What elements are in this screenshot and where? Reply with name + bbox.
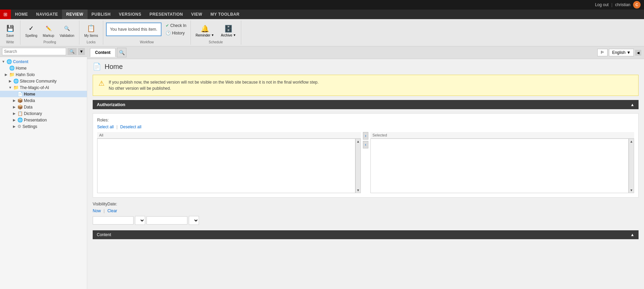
tree-item-presentation[interactable]: ▶ 🌐 Presentation bbox=[0, 117, 87, 123]
search-dropdown-button[interactable]: ▼ bbox=[78, 48, 85, 55]
authorization-toggle[interactable]: ▲ bbox=[630, 102, 634, 107]
date-dropdown-2[interactable] bbox=[189, 216, 199, 225]
tree-item-media[interactable]: ▶ 📦 Media bbox=[0, 97, 87, 104]
history-button[interactable]: 🕐 History bbox=[164, 30, 188, 36]
my-items-label: My Items bbox=[84, 34, 98, 38]
collapse-right-button[interactable]: ◀ bbox=[635, 50, 641, 56]
spelling-button[interactable]: ✓ Spelling bbox=[23, 22, 40, 39]
selected-scroll-down[interactable]: ▼ bbox=[629, 188, 634, 193]
transfer-right-button[interactable]: › bbox=[363, 132, 368, 140]
tree-toggle-data[interactable]: ▶ bbox=[12, 105, 16, 109]
archive-dropdown-icon[interactable]: ▼ bbox=[233, 33, 236, 37]
nav-item-versions[interactable]: VERSIONS bbox=[115, 10, 145, 19]
selected-scroll-up[interactable]: ▲ bbox=[629, 139, 634, 144]
all-roles-wrapper: All ▲ ▼ bbox=[97, 132, 361, 193]
history-icon: 🕐 bbox=[166, 31, 171, 35]
selected-roles-container: ▲ ▼ bbox=[370, 139, 634, 193]
warning-line2: No other version will be published. bbox=[109, 85, 319, 91]
transfer-left-button[interactable]: ‹ bbox=[363, 141, 368, 148]
tree-item-sitecore-community[interactable]: ▶ 🌐 Sitecore Community bbox=[0, 78, 87, 84]
selected-roles-wrapper: Selected ▲ ▼ bbox=[370, 132, 634, 193]
all-scroll-up[interactable]: ▲ bbox=[356, 139, 361, 144]
check-in-icon: ✔ bbox=[166, 23, 169, 28]
language-label: English bbox=[612, 50, 625, 55]
page-title-icon: 📄 bbox=[93, 62, 101, 71]
markup-label: Markup bbox=[43, 34, 54, 38]
all-roles-scrollbar: ▲ ▼ bbox=[355, 139, 361, 193]
roles-containers: All ▲ ▼ › bbox=[97, 132, 634, 193]
nav-item-presentation[interactable]: PRESENTATION bbox=[145, 10, 187, 19]
tree-toggle-sitecore-community[interactable]: ▶ bbox=[8, 79, 12, 83]
tree-item-magic-of-ai[interactable]: ▼ 📁 The-Magic-of-AI bbox=[0, 84, 87, 91]
date-input-1[interactable] bbox=[93, 216, 134, 225]
authorization-section-header: Authorization ▲ bbox=[93, 100, 639, 109]
flag-button[interactable]: 🏳 bbox=[597, 49, 608, 56]
reminder-button[interactable]: 🔔 Reminder ▼ bbox=[194, 23, 216, 39]
content-icon: 🌐 bbox=[6, 59, 12, 64]
tree-item-home-selected[interactable]: 📄 Home bbox=[0, 91, 87, 97]
date-input-2[interactable] bbox=[147, 216, 187, 225]
all-scroll-down[interactable]: ▼ bbox=[356, 188, 361, 193]
selected-roles-list[interactable] bbox=[370, 139, 629, 193]
tree-item-hahn-solo[interactable]: ▶ 📁 Hahn Solo bbox=[0, 71, 87, 78]
tree-item-data[interactable]: ▶ 📦 Data bbox=[0, 104, 87, 110]
search-input[interactable] bbox=[2, 48, 66, 55]
validation-button[interactable]: 🔍 Validation bbox=[58, 22, 76, 39]
ribbon-group-schedule: 🔔 Reminder ▼ 🗄️ Archive ▼ Schedule bbox=[191, 20, 241, 45]
authorization-label: Authorization bbox=[97, 102, 125, 107]
check-in-label: Check In bbox=[170, 23, 186, 28]
content-section-toggle[interactable]: ▲ bbox=[630, 232, 634, 237]
search-tab-button[interactable]: 🔍 bbox=[117, 48, 126, 57]
tree-toggle-media[interactable]: ▶ bbox=[12, 99, 16, 102]
my-items-button[interactable]: 📋 My Items bbox=[82, 22, 100, 39]
tree-label-hahn-solo: Hahn Solo bbox=[16, 72, 35, 77]
tree-item-content[interactable]: ▼ 🌐 Content bbox=[0, 58, 87, 65]
write-group-label: Write bbox=[6, 40, 14, 44]
check-in-button[interactable]: ✔ Check In bbox=[164, 23, 188, 29]
locks-group-label: Locks bbox=[82, 40, 100, 44]
presentation-icon: 🌐 bbox=[17, 117, 23, 122]
home-grid-button[interactable]: ⊞ bbox=[0, 10, 11, 19]
archive-button[interactable]: 🗄️ Archive ▼ bbox=[219, 23, 238, 39]
now-link[interactable]: Now bbox=[93, 208, 101, 213]
nav-item-view[interactable]: VIEW bbox=[187, 10, 206, 19]
nav-item-mytoolbar[interactable]: MY TOOLBAR bbox=[206, 10, 244, 19]
tree-toggle-presentation[interactable]: ▶ bbox=[12, 118, 16, 122]
home-selected-icon: 📄 bbox=[17, 91, 23, 97]
tree-item-dictionary[interactable]: ▶ 📋 Dictionary bbox=[0, 110, 87, 117]
warning-line1: If you publish now, the selected version… bbox=[109, 79, 319, 85]
nav-item-review[interactable]: REVIEW bbox=[62, 10, 87, 19]
date-inputs bbox=[93, 216, 639, 225]
save-button[interactable]: 💾 Save bbox=[3, 22, 17, 39]
main-layout: 🔍 ▼ ▼ 🌐 Content 🌐 Home ▶ 📁 Hahn Solo bbox=[0, 46, 644, 289]
visibility-section: VisibilityDate: Now | Clear bbox=[93, 202, 639, 225]
tree-toggle-hahn-solo[interactable]: ▶ bbox=[4, 73, 8, 76]
logout-link[interactable]: Log out bbox=[595, 2, 609, 7]
roles-links: Select all | Deselect all bbox=[97, 125, 634, 129]
clear-link[interactable]: Clear bbox=[107, 208, 117, 213]
search-button[interactable]: 🔍 bbox=[67, 48, 77, 55]
language-button[interactable]: English ▼ bbox=[609, 49, 634, 56]
tree-toggle-magic-of-ai[interactable]: ▼ bbox=[8, 86, 12, 89]
nav-item-home[interactable]: HOME bbox=[11, 10, 32, 19]
tree-item-settings[interactable]: ▶ ⚙ Settings bbox=[0, 123, 87, 130]
ribbon: 💾 Save Write ✓ Spelling ✏️ Markup 🔍 Vali… bbox=[0, 19, 644, 46]
nav-item-navigate[interactable]: NAVIGATE bbox=[32, 10, 62, 19]
content-body: 📄 Home ⚠ If you publish now, the selecte… bbox=[87, 59, 644, 289]
tree-toggle-dictionary[interactable]: ▶ bbox=[12, 112, 16, 115]
date-dropdown-1[interactable] bbox=[135, 216, 145, 225]
tree-label-settings: Settings bbox=[22, 124, 37, 129]
deselect-all-link[interactable]: Deselect all bbox=[120, 125, 141, 129]
tree-toggle-settings[interactable]: ▶ bbox=[12, 125, 16, 128]
select-all-link[interactable]: Select all bbox=[97, 125, 114, 129]
nav-item-publish[interactable]: PUBLISH bbox=[88, 10, 115, 19]
markup-button[interactable]: ✏️ Markup bbox=[41, 22, 56, 39]
tree-label-data: Data bbox=[24, 105, 32, 110]
avatar[interactable]: C bbox=[633, 1, 641, 9]
all-roles-list[interactable] bbox=[97, 139, 355, 193]
tab-content[interactable]: Content bbox=[90, 48, 116, 57]
reminder-dropdown-icon[interactable]: ▼ bbox=[211, 33, 214, 37]
tree-toggle-content[interactable]: ▼ bbox=[1, 60, 5, 63]
tree-item-home-root[interactable]: 🌐 Home bbox=[0, 65, 87, 71]
tree-label-home-sel: Home bbox=[24, 92, 35, 97]
